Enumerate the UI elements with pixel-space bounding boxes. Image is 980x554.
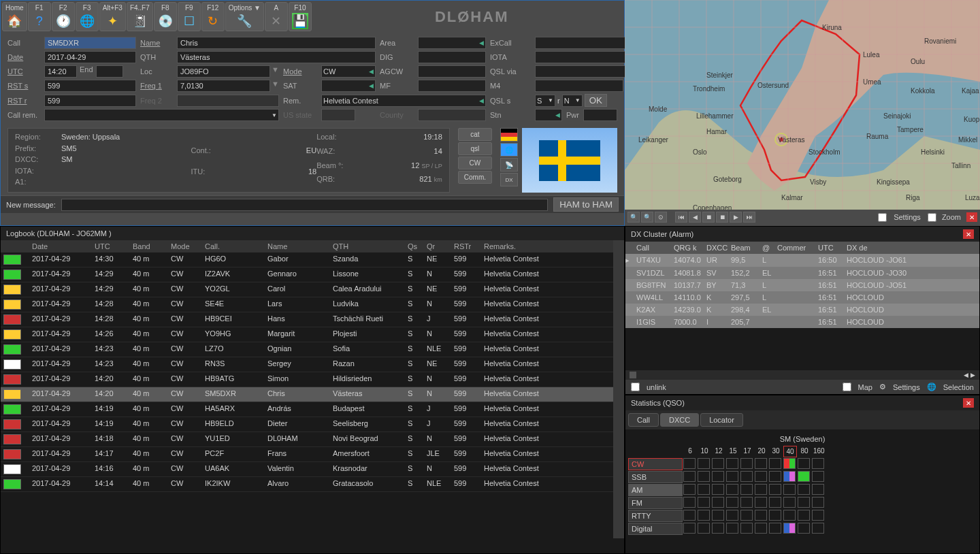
stats-cell[interactable] <box>769 471 781 482</box>
stats-cell[interactable] <box>783 484 796 495</box>
sat-dropdown[interactable]: ◀ <box>321 80 376 92</box>
toolbar-f3[interactable]: F3🌐 <box>76 2 99 31</box>
county-input[interactable] <box>418 109 486 121</box>
qth-input[interactable] <box>177 51 376 63</box>
stats-mode-cw[interactable]: CW <box>628 458 683 470</box>
toolbar-f1[interactable]: F1? <box>28 2 51 31</box>
log-row[interactable]: 2017-04-2914:2940 mCWIZ2AVKGennaroLisson… <box>1 267 613 282</box>
stats-cell[interactable] <box>698 510 710 521</box>
stats-cell[interactable] <box>798 458 810 469</box>
stats-cell[interactable] <box>783 497 796 508</box>
toolbar-f10[interactable]: F10💾 <box>289 2 312 31</box>
stats-cell[interactable] <box>812 510 824 521</box>
log-row[interactable]: 2017-04-2914:2840 mCWHB9CEIHansTschächli… <box>1 312 613 327</box>
toolbar-f2[interactable]: F2🕐 <box>52 2 75 31</box>
pwr-input[interactable] <box>583 109 617 121</box>
stats-cell[interactable] <box>740 497 753 508</box>
sat-icon[interactable]: 📡 <box>500 158 518 172</box>
zoom-out-icon[interactable]: 🔍 <box>641 212 653 223</box>
stats-cell[interactable] <box>726 497 738 508</box>
dx-row[interactable]: I1GIS7000.0I205,716:51HOCLOUD <box>625 316 979 328</box>
stn-dropdown[interactable]: ◀ <box>535 109 562 121</box>
dx-row[interactable]: ▸UT4XU14074.0UR99,5L16:50HOCLOUD -JO61 <box>625 254 979 267</box>
stats-cell[interactable] <box>683 458 696 469</box>
stats-cell[interactable] <box>812 523 824 534</box>
side-comm.-button[interactable]: Comm. <box>458 171 492 184</box>
log-row[interactable]: 2017-04-2914:3040 mCWHG6OGaborSzandaSNE5… <box>1 252 613 267</box>
toolbar-options[interactable]: Options ▼🔧 <box>225 2 264 31</box>
name-input[interactable] <box>177 37 376 49</box>
toolbar-f12[interactable]: F12↻ <box>201 2 225 31</box>
stats-cell[interactable] <box>683 523 696 534</box>
rsts-input[interactable] <box>44 80 136 92</box>
prev-icon[interactable]: ◀ <box>689 212 701 223</box>
stop-icon[interactable]: ⏹ <box>702 212 715 223</box>
stats-cell[interactable] <box>740 523 753 534</box>
stats-cell[interactable] <box>726 523 738 534</box>
stats-cell[interactable] <box>712 497 724 508</box>
stats-cell[interactable] <box>712 510 724 521</box>
area-dropdown[interactable]: ◀ <box>418 37 486 49</box>
stats-cell[interactable] <box>783 523 796 534</box>
zoom-check[interactable] <box>928 213 936 222</box>
ham-to-ham-button[interactable]: HAM to HAM <box>553 197 619 212</box>
log-row[interactable]: 2017-04-2914:2040 mCWHB9ATGSimonHildisri… <box>1 372 613 387</box>
agcw-input[interactable] <box>418 65 486 78</box>
rem-dropdown[interactable]: Helvetia Contest◀ <box>321 95 486 107</box>
stats-cell[interactable] <box>812 458 824 469</box>
log-scrollbar[interactable] <box>613 240 624 538</box>
mf-input[interactable] <box>418 80 486 92</box>
stats-cell[interactable] <box>769 523 781 534</box>
log-row[interactable]: 2017-04-2914:2840 mCWSE4ELarsLudvikaSN59… <box>1 297 613 312</box>
toolbar-home[interactable]: Home🏠 <box>2 2 27 31</box>
stats-close-button[interactable]: ✕ <box>963 398 974 408</box>
stats-cell[interactable] <box>726 510 738 521</box>
toolbar-f8[interactable]: F8💿 <box>154 2 177 31</box>
utc-input[interactable] <box>44 65 77 78</box>
stats-mode-digital[interactable]: Digital <box>628 523 683 535</box>
stats-cell[interactable] <box>755 510 767 521</box>
stats-cell[interactable] <box>698 458 710 469</box>
stats-cell[interactable] <box>755 484 767 495</box>
side-cw-button[interactable]: CW <box>458 157 492 169</box>
stats-tab-locator[interactable]: Locator <box>700 413 743 427</box>
log-row[interactable]: 2017-04-2914:1940 mCWHB9ELDDieterSeelisb… <box>1 417 613 432</box>
toolbar-a[interactable]: A✕ <box>265 2 288 31</box>
stats-cell[interactable] <box>683 510 696 521</box>
stop2-icon[interactable]: ⏹ <box>716 212 728 223</box>
recenter-icon[interactable]: ⊙ <box>655 212 667 223</box>
stats-cell[interactable] <box>783 458 796 469</box>
stats-cell[interactable] <box>712 523 724 534</box>
log-row[interactable]: 2017-04-2914:1440 mCWIK2IKWAlvaroGrataca… <box>1 477 613 492</box>
unlink-check[interactable] <box>631 382 640 391</box>
stats-cell[interactable] <box>798 523 810 534</box>
stats-cell[interactable] <box>783 510 796 521</box>
log-row[interactable]: 2017-04-2914:1640 mCWUA6AKValentinKrasno… <box>1 462 613 477</box>
mode-dropdown[interactable]: CW◀ <box>321 65 376 78</box>
qsls-dropdown[interactable]: S▼ <box>535 95 555 107</box>
stats-cell[interactable] <box>740 458 753 469</box>
end-input[interactable] <box>96 65 123 78</box>
side-qsl-button[interactable]: qsl <box>458 142 492 155</box>
log-row[interactable]: 2017-04-2914:2340 mCWLZ7OOgnianSofiaSNLE… <box>1 342 613 357</box>
msg-input[interactable] <box>61 199 548 211</box>
toolbar-altf3[interactable]: Alt+F3✦ <box>99 2 126 31</box>
stats-cell[interactable] <box>755 471 767 482</box>
freq1-input[interactable] <box>177 80 270 92</box>
dx-row[interactable]: BG8TFN10137.7BY71,3L16:51HOCLOUD -JO51 <box>625 279 979 291</box>
log-row[interactable]: 2017-04-2914:2340 mCWRN3SSergeyRazanSNE5… <box>1 357 613 372</box>
usstate-input[interactable] <box>321 109 355 121</box>
stats-cell[interactable] <box>740 510 753 521</box>
stats-cell[interactable] <box>712 484 724 495</box>
dx-row[interactable]: K2AX14239.0K298,4EL16:51HOCLOUD <box>625 304 979 316</box>
stats-tab-dxcc[interactable]: DXCC <box>660 413 699 427</box>
log-row[interactable]: 2017-04-2914:2940 mCWYO2GLCarolCalea Ara… <box>1 282 613 297</box>
qslr-dropdown[interactable]: N▼ <box>562 95 583 107</box>
dig-input[interactable] <box>418 51 486 63</box>
ok-button[interactable]: OK <box>585 94 607 107</box>
dx-settings-icon[interactable]: ⚙ <box>879 382 886 391</box>
loc-input[interactable] <box>177 65 270 78</box>
stats-cell[interactable] <box>683 471 696 482</box>
flag-de-icon[interactable] <box>500 128 518 142</box>
stats-tab-call[interactable]: Call <box>628 413 659 427</box>
